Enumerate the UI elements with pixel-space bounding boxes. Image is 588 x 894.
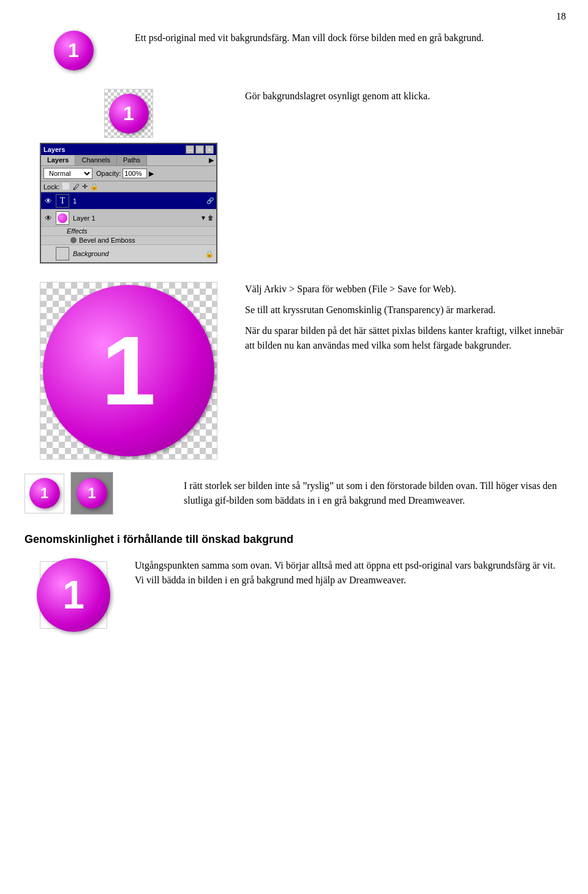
layers-menu-btn[interactable]: ▶ [206, 155, 216, 165]
large-checker-bg: 1 [40, 282, 217, 460]
section2-images: 1 Layers — □ × Layers Channels [24, 89, 233, 270]
layer-row-1[interactable]: 👁 Layer 1 ▼ 🗑 [41, 210, 216, 227]
layer-row-bg[interactable]: Background 🔒 [41, 245, 216, 262]
lock-all[interactable]: 🔒 [90, 183, 99, 191]
layer-row-text[interactable]: 👁 T 1 🔗 [41, 192, 216, 210]
pink-button-small-1: 1 [29, 478, 60, 509]
lock-transparent[interactable]: ⬜ [62, 183, 70, 191]
section6: 1 Utgångspunkten samma som ovan. Vi börj… [0, 558, 588, 653]
section6-text: Utgångspunkten samma som ovan. Vi börjar… [123, 558, 564, 588]
layer-thumb-bg [56, 247, 69, 260]
layer-icons-bg: 🔒 [205, 250, 214, 258]
section1: 1 Ett psd-original med vit bakgrundsfärg… [0, 0, 588, 70]
page-number: 18 [556, 11, 566, 22]
bg-lock-icon: 🔒 [205, 250, 214, 258]
tab-channels[interactable]: Channels [75, 155, 116, 165]
section3: 1 Välj Arkiv > Spara för webben (File > … [0, 270, 588, 460]
layer-thumb-1 [56, 211, 69, 225]
tab-paths[interactable]: Paths [117, 155, 147, 165]
section1-text: Ett psd-original med vit bakgrundsfärg. … [123, 25, 564, 45]
layer-visibility-icon: ▼ [200, 214, 206, 221]
tab-layers[interactable]: Layers [41, 155, 75, 165]
pink-button-2: 1 [109, 94, 149, 134]
gray-bg-sm: 1 [70, 472, 113, 515]
layer-trash-icon: 🗑 [208, 214, 214, 221]
white-bg-sm: 1 [24, 474, 64, 513]
section5-heading: Genomskinlighet i förhållande till önska… [24, 533, 564, 546]
opacity-label: Opacity: [96, 170, 121, 177]
opacity-control: Opacity: 100% ▶ [96, 169, 154, 178]
layer-name-bg: Background [73, 250, 205, 257]
layer-name-text: 1 [73, 197, 206, 205]
layer-thumb-text: T [56, 194, 69, 208]
section3-image: 1 [24, 282, 233, 460]
effects-row: Effects [41, 227, 216, 236]
pink-button-1: 1 [54, 31, 94, 70]
pink-button-large: 1 [43, 285, 214, 456]
maximize-btn[interactable]: □ [195, 145, 204, 154]
section5: Genomskinlighet i förhållande till önska… [0, 515, 588, 558]
section2: 1 Layers — □ × Layers Channels [0, 70, 588, 270]
lock-row: Lock: ⬜ 🖊 ✛ 🔒 [41, 181, 216, 192]
pink-button-bottom: 1 [37, 558, 110, 632]
lock-image[interactable]: 🖊 [73, 183, 80, 191]
section4-text: I rätt storlek ser bilden inte så ”rysli… [178, 479, 564, 508]
bevel-circle [70, 237, 77, 243]
section4: 1 1 I rätt storlek ser bilden inte så ”r… [0, 460, 588, 515]
layers-title: Layers [43, 146, 65, 153]
section1-image: 1 [24, 25, 123, 70]
layer-eye-text[interactable]: 👁 [43, 196, 53, 206]
lock-position[interactable]: ✛ [82, 183, 88, 191]
section3-p3: När du sparar bilden på det här sättet p… [245, 324, 564, 353]
layers-controls: Normal Opacity: 100% ▶ [41, 166, 216, 181]
section3-p1: Välj Arkiv > Spara för webben (File > Sa… [245, 282, 564, 297]
layers-tabs: Layers Channels Paths ▶ [41, 155, 216, 166]
lock-label: Lock: [43, 183, 59, 191]
section4-images: 1 1 [24, 472, 178, 515]
titlebar-controls: — □ × [186, 145, 214, 154]
layers-titlebar: Layers — □ × [41, 144, 216, 155]
layers-panel: Layers — □ × Layers Channels Paths ▶ [40, 143, 217, 263]
layer-name-1: Layer 1 [73, 214, 200, 222]
layers-content: 👁 T 1 🔗 👁 [41, 192, 216, 262]
section3-text: Välj Arkiv > Spara för webben (File > Sa… [233, 282, 564, 353]
section6-image: 1 [24, 558, 123, 629]
section3-p2: Se till att kryssrutan Genomskinlig (Tra… [245, 303, 564, 317]
section2-text: Gör bakgrundslagret osynligt genom att k… [233, 89, 564, 104]
opacity-value[interactable]: 100% [123, 169, 147, 178]
opacity-arrow: ▶ [149, 170, 154, 178]
pink-button-small-2: 1 [77, 478, 107, 509]
layer-icons-1: ▼ 🗑 [200, 214, 214, 221]
layer-eye-bg[interactable] [43, 249, 53, 259]
bevel-row: Bevel and Emboss [41, 236, 216, 245]
close-btn[interactable]: × [205, 145, 214, 154]
layer-eye-1[interactable]: 👁 [43, 213, 53, 223]
layer-link-icon: 🔗 [206, 197, 214, 204]
blend-mode-select[interactable]: Normal [43, 168, 92, 179]
layer-icons-text: 🔗 [206, 197, 214, 204]
minimize-btn[interactable]: — [186, 145, 194, 154]
